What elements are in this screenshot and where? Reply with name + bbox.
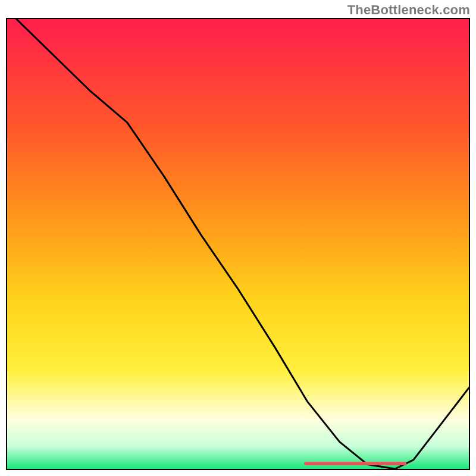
optimal-range-marker xyxy=(304,462,406,465)
plot-area xyxy=(6,18,470,470)
chart-stage: TheBottleneck.com xyxy=(0,0,476,476)
curve-layer xyxy=(7,19,469,469)
bottleneck-curve xyxy=(17,19,469,469)
watermark-text: TheBottleneck.com xyxy=(347,2,470,18)
